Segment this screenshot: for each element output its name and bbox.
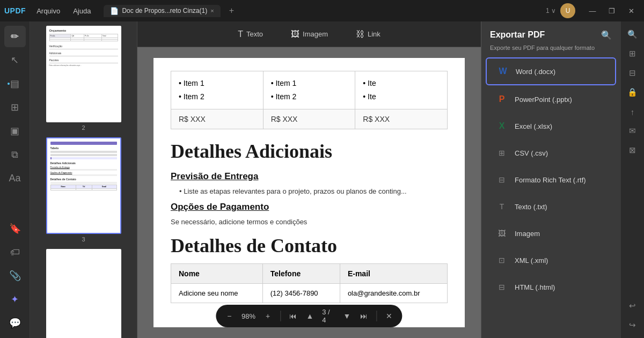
rms-share-icon[interactable]: ↑ <box>624 103 641 120</box>
image-export-icon: 🖼 <box>494 226 509 241</box>
sidebar-bookmark-icon[interactable]: 🏷 <box>4 241 26 263</box>
export-panel: Exportar PDF 🔍 Exporte seu PDF para qual… <box>481 21 620 338</box>
window-controls: — ❐ ✕ <box>584 3 640 18</box>
imagem-icon: 🖼 <box>291 30 299 39</box>
sidebar-attach-icon[interactable]: 📎 <box>4 265 26 286</box>
sidebar-pages-icon[interactable]: ▣ <box>4 120 26 142</box>
toolbar-link[interactable]: ⛓ Link <box>350 27 386 41</box>
thumb-num-2: 2 <box>82 124 85 131</box>
subsection-previsao: Previsão de Entrega <box>171 171 448 182</box>
sidebar-stamp-icon[interactable]: 🔖 <box>4 218 26 239</box>
sidebar-edit-icon[interactable]: ✏ <box>4 26 26 47</box>
thumb-img-3[interactable]: Tabela Detalhes Adicionais Previsão de E… <box>46 137 121 234</box>
word-icon: W <box>495 64 510 79</box>
export-format-html[interactable]: ⊟ HTML (.html) <box>486 274 616 300</box>
rms-export-icon[interactable]: ⊟ <box>624 64 641 82</box>
maximize-button[interactable]: ❐ <box>603 3 620 18</box>
minimize-button[interactable]: — <box>584 3 601 18</box>
contact-data-row: Adicione seu nome (12) 3456-7890 ola@gra… <box>171 284 448 303</box>
content-area: T Texto 🖼 Imagem ⛓ Link • Item 1• Item 2… <box>137 21 481 338</box>
rms-mail-icon[interactable]: ✉ <box>624 122 641 139</box>
contact-nome: Adicione seu nome <box>171 284 263 303</box>
thumb-img-4[interactable] <box>46 249 121 338</box>
active-tab[interactable]: 📄 Doc de Propos...reto Cinza(1) × <box>104 5 220 17</box>
page-indicator: 3 / 4 <box>320 308 336 324</box>
sidebar-ai-icon[interactable]: ✦ <box>4 289 26 310</box>
price-col1: R$ XXX <box>171 109 264 129</box>
menu-arquivo[interactable]: Arquivo <box>32 6 64 16</box>
excel-icon: X <box>494 119 509 134</box>
sidebar-layers-icon[interactable]: ⧉ <box>4 144 26 165</box>
menu-ajuda[interactable]: Ajuda <box>69 6 95 16</box>
thumbnail-page-3[interactable]: Tabela Detalhes Adicionais Previsão de E… <box>34 137 133 243</box>
export-csv-label: CSV (.csv) <box>515 149 548 157</box>
sidebar-chat-icon[interactable]: 💬 <box>4 312 26 334</box>
export-format-txt[interactable]: T Texto (.txt) <box>486 194 616 219</box>
texto-icon: T <box>238 30 243 39</box>
tab-close-button[interactable]: × <box>210 8 214 14</box>
toolbar-imagem-label: Imagem <box>303 30 328 38</box>
sidebar-cursor-icon[interactable]: ↖ <box>4 49 26 71</box>
next-page-button[interactable]: ▼ <box>340 308 354 324</box>
export-format-csv[interactable]: ⊞ CSV (.csv) <box>486 140 616 166</box>
zoom-out-button[interactable]: − <box>222 308 236 324</box>
text-opcoes: Se necessário, adicione termos e condiçõ… <box>171 218 448 226</box>
export-format-excel[interactable]: X Excel (.xlsx) <box>486 113 616 139</box>
top-toolbar: T Texto 🖼 Imagem ⛓ Link <box>137 21 481 47</box>
price-col2: R$ XXX <box>263 109 355 129</box>
export-format-image[interactable]: 🖼 Imagem <box>486 221 616 246</box>
close-button[interactable]: ✕ <box>623 3 640 18</box>
rms-compress-icon[interactable]: ⊠ <box>624 142 641 159</box>
html-icon: ⊟ <box>494 280 509 295</box>
first-page-button[interactable]: ⏮ <box>286 308 300 324</box>
close-bar-button[interactable]: ✕ <box>382 308 396 324</box>
version-selector[interactable]: 1 ∨ <box>546 7 556 14</box>
rms-ocr-icon[interactable]: ⊞ <box>624 45 641 62</box>
contact-title: Detalhes de Contato <box>171 234 448 257</box>
powerpoint-icon: P <box>494 92 509 107</box>
export-format-rtf[interactable]: ⊟ Formato Rich Text (.rtf) <box>486 167 616 193</box>
export-image-label: Imagem <box>515 230 540 238</box>
price-col3: R$ XXX <box>355 109 448 129</box>
new-tab-button[interactable]: + <box>225 5 238 17</box>
tab-label: Doc de Propos...reto Cinza(1) <box>122 7 207 14</box>
thumb-img-2[interactable]: Orçamento Produt.QtdPr.UnTotal Verificaç… <box>46 26 121 122</box>
rms-redo-icon[interactable]: ↪ <box>624 317 641 334</box>
user-avatar[interactable]: U <box>560 3 575 18</box>
txt-icon: T <box>494 199 509 214</box>
toolbar-texto[interactable]: T Texto <box>232 27 268 41</box>
export-search-icon[interactable]: 🔍 <box>601 30 612 40</box>
last-page-button[interactable]: ⏭ <box>357 308 371 324</box>
sidebar-annotate-icon[interactable]: ▤ <box>4 73 26 94</box>
prev-page-button[interactable]: ▲ <box>303 308 317 324</box>
contact-header-row: Nome Telefone E-mail <box>171 264 448 284</box>
export-html-label: HTML (.html) <box>515 283 555 291</box>
sidebar-images-icon[interactable]: ⊞ <box>4 97 26 118</box>
zoom-in-button[interactable]: + <box>261 308 275 324</box>
export-format-word[interactable]: W Word (.docx) <box>486 57 616 85</box>
export-xml-label: XML (.xml) <box>515 256 548 264</box>
export-format-xml[interactable]: ⊡ XML (.xml) <box>486 247 616 273</box>
link-icon: ⛓ <box>356 30 364 39</box>
rms-protect-icon[interactable]: 🔒 <box>624 84 641 101</box>
thumbnail-panel: Orçamento Produt.QtdPr.UnTotal Verificaç… <box>30 21 137 338</box>
zoom-level: 98% <box>239 312 258 320</box>
contact-header-nome: Nome <box>171 264 263 284</box>
thumbnail-page-4[interactable]: 4 <box>34 249 133 338</box>
thumbnail-page-2[interactable]: Orçamento Produt.QtdPr.UnTotal Verificaç… <box>34 26 133 131</box>
sidebar-ocr-icon[interactable]: Aa <box>4 167 26 189</box>
rms-search-icon[interactable]: 🔍 <box>624 26 641 43</box>
app-logo: UPDF <box>4 6 26 15</box>
export-format-powerpoint[interactable]: P PowerPoint (.pptx) <box>486 86 616 112</box>
export-excel-label: Excel (.xlsx) <box>515 122 552 130</box>
rms-undo-icon[interactable]: ↩ <box>624 297 641 314</box>
contact-table: Nome Telefone E-mail Adicione seu nome (… <box>171 263 448 303</box>
export-subtitle: Exporte seu PDF para qualquer formato <box>481 45 620 57</box>
left-sidebar: ✏ ↖ ▤ ⊞ ▣ ⧉ Aa 🔖 🏷 📎 ✦ 💬 <box>0 21 30 338</box>
contact-telefone: (12) 3456-7890 <box>262 284 340 303</box>
toolbar-imagem[interactable]: 🖼 Imagem <box>286 27 333 41</box>
title-bar: UPDF Arquivo Ajuda 📄 Doc de Propos...ret… <box>0 0 644 21</box>
export-txt-label: Texto (.txt) <box>515 203 547 211</box>
subsection-opcoes: Opções de Pagamento <box>171 202 448 212</box>
contact-header-email: E-mail <box>340 264 447 284</box>
